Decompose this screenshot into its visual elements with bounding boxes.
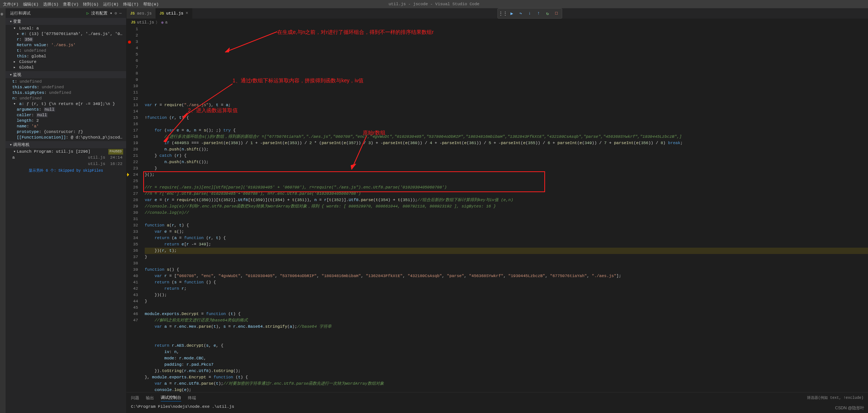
step-into-icon[interactable]: ↓ bbox=[527, 10, 533, 16]
code-line[interactable] bbox=[145, 216, 868, 222]
code-line[interactable]: mode: r.mode.CBC, bbox=[145, 355, 868, 362]
menu-item[interactable]: 运行(R) bbox=[103, 1, 119, 7]
panel-tab[interactable]: 问题 bbox=[131, 394, 139, 401]
code-line[interactable]: }).toString(r.enc.Utf8).toString(); bbox=[145, 368, 868, 374]
code-line[interactable]: return r; bbox=[145, 286, 868, 292]
code-line[interactable]: var r = ["060708", "enc", "4gvWuDt", "01… bbox=[145, 273, 868, 279]
step-out-icon[interactable]: ↑ bbox=[536, 10, 542, 16]
code-line[interactable]: //console.log(n)// bbox=[145, 210, 868, 216]
code-line[interactable]: return e[r -= 349]; bbox=[145, 241, 868, 248]
code-line[interactable]: //解码之前先对密文进行还原为base64类似的格式 bbox=[145, 317, 868, 324]
variable-row[interactable]: Return value: './aes.js' bbox=[6, 42, 126, 48]
panel-tab[interactable]: 输出 bbox=[146, 394, 154, 401]
code-line[interactable]: function a(r, t) { bbox=[145, 222, 868, 229]
editor-tab[interactable]: JSutil.js× bbox=[156, 8, 192, 19]
code-line[interactable]: var a = r.enc.Hex.parse(t), s = r.enc.Ba… bbox=[145, 324, 868, 330]
callstack-section-header[interactable]: ▾调用堆栈 bbox=[6, 141, 126, 148]
menu-item[interactable]: 转到(G) bbox=[83, 1, 99, 7]
code-line[interactable]: //n = r['enc'].Utf8.parse('0102030405'+'… bbox=[145, 191, 868, 197]
code-line[interactable]: //console.log(e)//利用r.enc.Utf8.parse函数把k… bbox=[145, 203, 868, 210]
variable-row[interactable]: this: global bbox=[6, 54, 126, 59]
code-body[interactable]: 在生成e,与n之前，对r进行了循环组合，得到不一样的排序结果数组r 1、通过r数… bbox=[143, 26, 868, 392]
watch-child-row[interactable]: arguments: null bbox=[6, 107, 126, 112]
watch-section-header[interactable]: ▾监视 bbox=[6, 71, 126, 78]
watch-child-row[interactable]: caller: null bbox=[6, 112, 126, 118]
code-line[interactable] bbox=[145, 121, 868, 127]
code-line[interactable]: var a = r.enc.Utf8.parse(t);//对要加密的字符串通过… bbox=[145, 381, 868, 387]
code-line[interactable] bbox=[145, 330, 868, 336]
menu-item[interactable]: 查看(V) bbox=[63, 1, 79, 7]
code-line[interactable]: console.log(e); bbox=[145, 387, 868, 392]
watch-child-row[interactable]: [[FunctionLocation]]: @ d:\python3_p\jsc… bbox=[6, 135, 126, 140]
config-dropdown[interactable]: 没有配置 bbox=[91, 10, 108, 16]
watch-row[interactable]: ▾ a: ƒ (r, t) {\n return e[r -= 349];\n … bbox=[6, 101, 126, 107]
stop-icon[interactable]: □ bbox=[554, 10, 560, 16]
code-line[interactable]: return (a = function (r, t) { bbox=[145, 235, 868, 241]
variable-row[interactable]: t: undefined bbox=[6, 48, 126, 54]
code-line[interactable]: n.push(n.shift()); bbox=[145, 159, 868, 165]
code-line[interactable] bbox=[145, 108, 868, 115]
panel-tab[interactable]: 调试控制台 bbox=[161, 394, 181, 401]
code-line[interactable] bbox=[145, 336, 868, 343]
breadcrumb[interactable]: JS util.js 〉 ⊕ a bbox=[126, 19, 868, 26]
code-line[interactable]: }(); bbox=[145, 172, 868, 178]
code-container[interactable]: 1234567891011121314151617181920212223▷24… bbox=[126, 26, 868, 392]
code-line[interactable]: !function (r, t) { bbox=[145, 115, 868, 121]
continue-icon[interactable]: ▶ bbox=[509, 10, 515, 16]
menu-item[interactable]: 编辑(E) bbox=[23, 1, 39, 7]
callstack-frame[interactable]: util.js 16:22 bbox=[6, 161, 126, 167]
play-icon[interactable]: ▷ bbox=[87, 11, 89, 16]
ellipsis-icon[interactable]: ⋯ bbox=[119, 11, 122, 16]
variables-section-header[interactable]: ▾变量 bbox=[6, 18, 126, 25]
code-line[interactable]: } catch (r) { bbox=[145, 153, 868, 159]
menu-item[interactable]: 文件(F) bbox=[3, 1, 19, 7]
variable-row[interactable]: r: 350 bbox=[6, 37, 126, 42]
close-icon[interactable]: × bbox=[186, 11, 188, 16]
code-line[interactable]: return (s = function () { bbox=[145, 279, 868, 286]
scope-row[interactable]: ▸ Closure bbox=[6, 59, 126, 65]
code-line[interactable]: var r = require("./aes.js"), t = a; bbox=[145, 102, 868, 108]
editor-tab[interactable]: JSaes.js bbox=[126, 8, 156, 19]
code-line[interactable] bbox=[145, 305, 868, 311]
code-line[interactable] bbox=[145, 178, 868, 184]
menu-item[interactable]: 终端(T) bbox=[123, 1, 139, 7]
code-line[interactable]: })(r, t); bbox=[145, 248, 868, 254]
code-line[interactable]: for (var e = a, n = s(); ;) try { bbox=[145, 127, 868, 134]
grip-icon[interactable]: ⋮⋮ bbox=[500, 10, 506, 16]
code-line[interactable]: if (484953 === -parseInt(e(358)) / 1 + -… bbox=[145, 140, 868, 146]
activity-badge[interactable]: ◉ bbox=[1, 11, 5, 16]
code-line[interactable]: } bbox=[145, 165, 868, 172]
code-line[interactable]: module.exports.Decrypt = function (t) { bbox=[145, 311, 868, 317]
code-line[interactable]: var e = s(); bbox=[145, 229, 868, 235]
menu-item[interactable]: 帮助(H) bbox=[143, 1, 159, 7]
skip-files-link[interactable]: 显示另外 6 个: Skipped by skipFiles bbox=[6, 167, 126, 174]
code-line[interactable]: return r.AES.decrypt(s, e, { bbox=[145, 343, 868, 349]
watch-child-row[interactable]: length: 2 bbox=[6, 118, 126, 124]
code-line[interactable]: } bbox=[145, 298, 868, 305]
variable-row[interactable]: ▸ e: (13) ['6775076tiaYah', './aes.js', … bbox=[6, 31, 126, 37]
watch-child-row[interactable]: prototype: {constructor: ƒ} bbox=[6, 129, 126, 135]
code-line[interactable]: }, module.exports.Encrypt = function (t)… bbox=[145, 374, 868, 381]
watch-row[interactable]: this.words: undefined bbox=[6, 85, 126, 90]
scope-row[interactable]: ▸ Global bbox=[6, 65, 126, 70]
menu-item[interactable]: 选择(S) bbox=[43, 1, 59, 7]
debug-console-output[interactable]: C:\Program Files\nodejs\node.exe .\util.… bbox=[126, 403, 868, 410]
code-line[interactable]: function s() { bbox=[145, 267, 868, 273]
code-line[interactable]: })(); bbox=[145, 292, 868, 298]
callstack-frame[interactable]: autil.js 24:14 bbox=[6, 155, 126, 161]
code-line[interactable]: var e = (r = require(t(350)))[t(352)].Ut… bbox=[145, 197, 868, 203]
code-line[interactable]: //r = require(./aes.js)[enc][Utf8[parse]… bbox=[145, 184, 868, 191]
step-over-icon[interactable]: ↷ bbox=[518, 10, 524, 16]
code-line[interactable]: //进行多次循环组合s()的r数组，得到新的新组合r =["6775076tia… bbox=[145, 134, 868, 140]
code-line[interactable]: n.push(n.shift()); bbox=[145, 146, 868, 153]
breadcrumb-file[interactable]: util.js bbox=[137, 20, 154, 25]
watch-row[interactable]: this.sigBytes: undefined bbox=[6, 90, 126, 96]
filter-input[interactable]: 筛选器(例如 text, !exclude) bbox=[807, 395, 864, 400]
gear-icon[interactable]: ⚙ bbox=[115, 11, 117, 16]
code-line[interactable]: iv: n, bbox=[145, 349, 868, 355]
watch-row[interactable]: n: undefined bbox=[6, 96, 126, 101]
watch-child-row[interactable]: name: 'a' bbox=[6, 124, 126, 129]
restart-icon[interactable]: ↻ bbox=[545, 10, 551, 16]
watch-row[interactable]: t: undefined bbox=[6, 79, 126, 85]
chevron-down-icon[interactable]: ▾ bbox=[110, 11, 112, 16]
